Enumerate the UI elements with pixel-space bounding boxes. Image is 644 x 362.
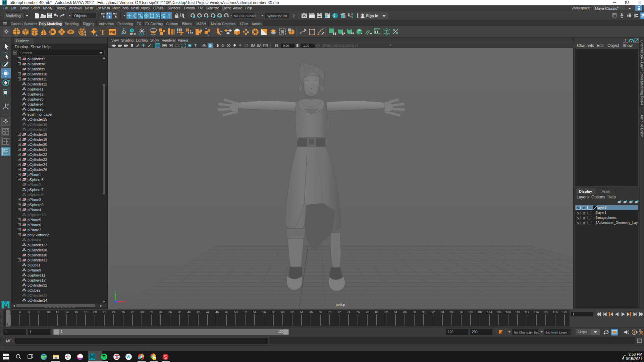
svg-text:persp: persp: [336, 303, 345, 307]
svg-text:24: 24: [112, 310, 115, 314]
svg-text:114: 114: [534, 310, 539, 314]
svg-text:50: 50: [234, 310, 237, 314]
svg-text:84: 84: [394, 310, 397, 314]
svg-text:38: 38: [178, 310, 181, 314]
svg-text:y: y: [114, 290, 116, 293]
svg-text:34: 34: [159, 310, 162, 314]
svg-text:104: 104: [487, 310, 492, 314]
svg-text:58: 58: [272, 310, 275, 314]
svg-text:2: 2: [10, 310, 11, 314]
svg-text:28: 28: [131, 310, 134, 314]
svg-text:46: 46: [215, 310, 219, 314]
svg-text:42: 42: [197, 310, 200, 314]
svg-text:56: 56: [262, 310, 266, 314]
svg-text:?: ?: [168, 14, 170, 19]
svg-text:118: 118: [553, 310, 557, 314]
svg-text:30: 30: [140, 310, 144, 314]
svg-text:90: 90: [422, 310, 425, 314]
svg-text:108: 108: [506, 310, 511, 314]
svg-text:100: 100: [468, 310, 473, 314]
svg-text:94: 94: [441, 310, 444, 314]
svg-text:68: 68: [319, 310, 322, 314]
svg-text:74: 74: [347, 310, 350, 314]
svg-text:70: 70: [328, 310, 331, 314]
svg-text:40: 40: [187, 310, 191, 314]
svg-text:48: 48: [225, 310, 228, 314]
svg-text:20: 20: [93, 310, 97, 314]
svg-text:svg: svg: [109, 30, 115, 34]
svg-text:76: 76: [356, 310, 360, 314]
svg-text:120: 120: [562, 310, 567, 314]
svg-text:W: W: [126, 355, 130, 359]
svg-text:62: 62: [290, 310, 294, 314]
svg-text:16: 16: [74, 310, 78, 314]
svg-text:x: x: [125, 300, 126, 303]
svg-text:8: 8: [38, 310, 40, 314]
svg-text:72: 72: [337, 310, 341, 314]
svg-text:80: 80: [375, 310, 378, 314]
svg-text:60: 60: [281, 310, 284, 314]
svg-text:92: 92: [431, 310, 435, 314]
svg-text:26: 26: [121, 310, 125, 314]
svg-text:106: 106: [496, 310, 501, 314]
svg-text:52: 52: [244, 310, 247, 314]
svg-text:116: 116: [543, 310, 548, 314]
svg-text:64: 64: [300, 310, 303, 314]
svg-text:6: 6: [29, 310, 30, 314]
svg-text:82: 82: [384, 310, 388, 314]
svg-text:T: T: [195, 44, 197, 48]
svg-text:54: 54: [253, 310, 256, 314]
svg-text:110: 110: [515, 310, 520, 314]
svg-text:10: 10: [46, 310, 50, 314]
svg-text:112: 112: [525, 310, 529, 314]
svg-text:36: 36: [168, 310, 172, 314]
svg-text:86: 86: [403, 310, 407, 314]
svg-text:88: 88: [413, 310, 416, 314]
svg-text:PR: PR: [318, 15, 321, 18]
svg-text:96: 96: [450, 310, 453, 314]
svg-text:0,0,0: 0,0,0: [139, 33, 145, 36]
svg-text:12: 12: [56, 310, 59, 314]
svg-text:102: 102: [478, 310, 483, 314]
svg-text:T: T: [100, 28, 105, 36]
svg-text:14: 14: [65, 310, 68, 314]
svg-text:22: 22: [103, 310, 106, 314]
svg-text:32: 32: [150, 310, 153, 314]
svg-text:44: 44: [206, 310, 209, 314]
svg-text:66: 66: [309, 310, 313, 314]
svg-text:4: 4: [19, 310, 21, 314]
svg-text:98: 98: [460, 310, 463, 314]
svg-text:18: 18: [84, 310, 87, 314]
svg-text:78: 78: [366, 310, 369, 314]
